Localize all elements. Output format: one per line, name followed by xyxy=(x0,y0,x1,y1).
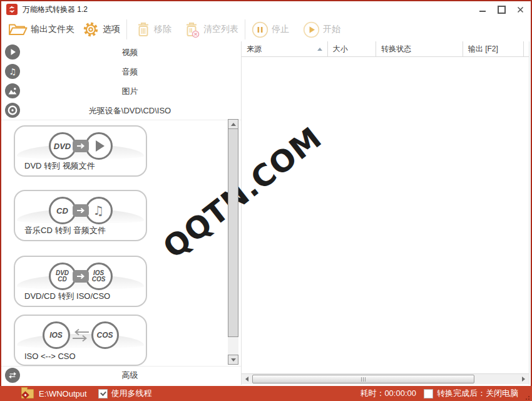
advanced-button[interactable]: 高级 xyxy=(1,367,241,384)
category-video[interactable]: 视频 xyxy=(1,43,241,62)
start-button[interactable]: 开始 xyxy=(303,21,340,38)
output-folder-button[interactable]: 输出文件夹 xyxy=(8,22,74,37)
multithread-label: 使用多线程 xyxy=(111,388,152,399)
toolbar: 输出文件夹 选项 移除 xyxy=(1,18,531,41)
arrow-right-icon xyxy=(73,204,89,217)
app-window: 万能格式转换器 1.2 输出文件夹 选项 xyxy=(0,0,532,401)
minimize-icon xyxy=(479,11,486,12)
horizontal-scrollbar-thumb[interactable] xyxy=(252,375,474,383)
maximize-button[interactable] xyxy=(492,1,511,18)
advanced-label: 高级 xyxy=(1,367,241,384)
status-bar-right: 耗时：00:00:00 转换完成后：关闭电脑 xyxy=(360,388,518,399)
sort-ascending-icon xyxy=(317,48,322,51)
app-logo-icon xyxy=(6,4,18,15)
stop-label: 停止 xyxy=(272,24,289,35)
card-icon-group: DVD xyxy=(15,131,146,161)
category-image-label: 图片 xyxy=(1,81,241,101)
card-iso-cso-swap[interactable]: IOS COS ISO <--> CSO xyxy=(14,315,147,366)
card-dvdcd-to-isocso[interactable]: DVDCD IOSCOS DVD/CD 转到 ISO/CSO xyxy=(14,256,147,307)
card-icon-group: IOS COS xyxy=(15,320,146,350)
shutdown-after-label: 转换完成后：关闭电脑 xyxy=(437,388,518,399)
image-icon xyxy=(5,83,20,98)
column-header-output[interactable]: 输出 [F2] xyxy=(463,41,524,56)
arrow-left-icon xyxy=(245,377,248,382)
app-badge-icon xyxy=(21,391,29,399)
ios-circle-icon: IOS xyxy=(43,321,70,349)
card-label: DVD 转到 视频文件 xyxy=(24,160,95,172)
column-header-source[interactable]: 来源 xyxy=(242,41,328,56)
scroll-right-button[interactable] xyxy=(519,374,528,384)
maximize-icon xyxy=(498,6,506,14)
resize-grip[interactable] xyxy=(523,396,524,397)
column-header-filler xyxy=(524,41,529,56)
remove-button[interactable]: 移除 xyxy=(136,21,171,38)
arrow-right-icon xyxy=(73,270,89,283)
card-label: ISO <--> CSO xyxy=(24,352,76,361)
window-border-left xyxy=(0,0,1,401)
dvdcd-circle-icon: DVDCD xyxy=(49,263,76,290)
shutdown-after-checkbox[interactable] xyxy=(424,389,433,398)
output-path[interactable]: E:\WNOutput xyxy=(39,389,87,398)
disc-icon xyxy=(5,103,20,118)
output-folder-status-icon xyxy=(21,389,34,398)
play-icon xyxy=(303,21,320,38)
title-bar: 万能格式转换器 1.2 xyxy=(1,1,531,18)
arrow-up-icon xyxy=(231,123,236,126)
thumb-grip xyxy=(363,377,364,382)
card-label: 音乐CD 转到 音频文件 xyxy=(24,225,106,236)
audio-circle-icon: ♫ xyxy=(85,197,113,224)
arrow-right-icon xyxy=(522,377,525,382)
cd-circle-icon: CD xyxy=(49,197,76,224)
column-header-status[interactable]: 转换状态 xyxy=(376,41,463,56)
left-panel: 视频 ♫ 音频 图片 光驱设备\DVD\CD\ISO xyxy=(1,41,241,385)
trash-clear-icon xyxy=(184,21,200,38)
minimize-button[interactable] xyxy=(473,1,492,18)
music-icon: ♫ xyxy=(5,64,20,79)
cos-circle-icon: COS xyxy=(91,321,119,349)
window-controls xyxy=(473,1,529,18)
toolbar-divider xyxy=(126,19,127,39)
output-folder-label: 输出文件夹 xyxy=(31,24,74,35)
vertical-scrollbar-thumb[interactable] xyxy=(228,128,238,337)
play-glyph-icon xyxy=(96,140,105,152)
arrow-down-icon xyxy=(231,358,236,362)
file-table-body[interactable] xyxy=(242,57,529,373)
gear-icon xyxy=(82,21,100,38)
cards-vertical-scrollbar[interactable] xyxy=(228,119,238,365)
thumb-grip xyxy=(361,377,362,382)
close-button[interactable] xyxy=(511,1,529,18)
folder-icon xyxy=(8,22,28,37)
scroll-up-button[interactable] xyxy=(228,119,238,129)
card-icon-group: DVDCD IOSCOS xyxy=(15,261,146,291)
swap-arrows-icon xyxy=(71,328,90,342)
stop-button[interactable]: 停止 xyxy=(252,21,289,38)
options-label: 选项 xyxy=(103,24,120,35)
clear-list-button[interactable]: 清空列表 xyxy=(184,21,238,38)
start-label: 开始 xyxy=(323,24,340,35)
options-button[interactable]: 选项 xyxy=(82,21,120,38)
card-icon-group: CD ♫ xyxy=(15,195,146,226)
category-image[interactable]: 图片 xyxy=(1,81,241,101)
video-play-icon xyxy=(5,44,20,60)
video-circle-icon xyxy=(85,132,113,160)
file-list-panel: 来源 大小 转换状态 输出 [F2] xyxy=(241,41,529,385)
category-disc[interactable]: 光驱设备\DVD\CD\ISO xyxy=(1,101,241,120)
multithread-checkbox[interactable] xyxy=(98,389,108,398)
card-dvd-to-video[interactable]: DVD DVD 转到 视频文件 xyxy=(14,125,147,177)
column-header-size[interactable]: 大小 xyxy=(328,41,376,56)
toolbar-divider xyxy=(245,19,245,39)
category-audio[interactable]: ♫ 音频 xyxy=(1,62,241,81)
remove-label: 移除 xyxy=(154,24,171,35)
ioscos-circle-icon: IOSCOS xyxy=(85,263,113,290)
scroll-down-button[interactable] xyxy=(228,355,238,365)
clear-list-label: 清空列表 xyxy=(203,24,238,35)
window-border-top xyxy=(0,0,532,1)
file-table-header: 来源 大小 转换状态 输出 [F2] xyxy=(242,41,529,57)
card-cd-to-audio[interactable]: CD ♫ 音乐CD 转到 音频文件 xyxy=(14,190,147,241)
file-list-horizontal-scrollbar[interactable] xyxy=(242,373,529,384)
elapsed-time: 耗时：00:00:00 xyxy=(360,388,416,399)
category-audio-label: 音频 xyxy=(1,62,241,81)
category-video-label: 视频 xyxy=(1,43,241,62)
conversion-cards-list: DVD DVD 转到 视频文件 CD ♫ 音乐CD xyxy=(1,120,241,366)
scroll-left-button[interactable] xyxy=(242,374,252,384)
